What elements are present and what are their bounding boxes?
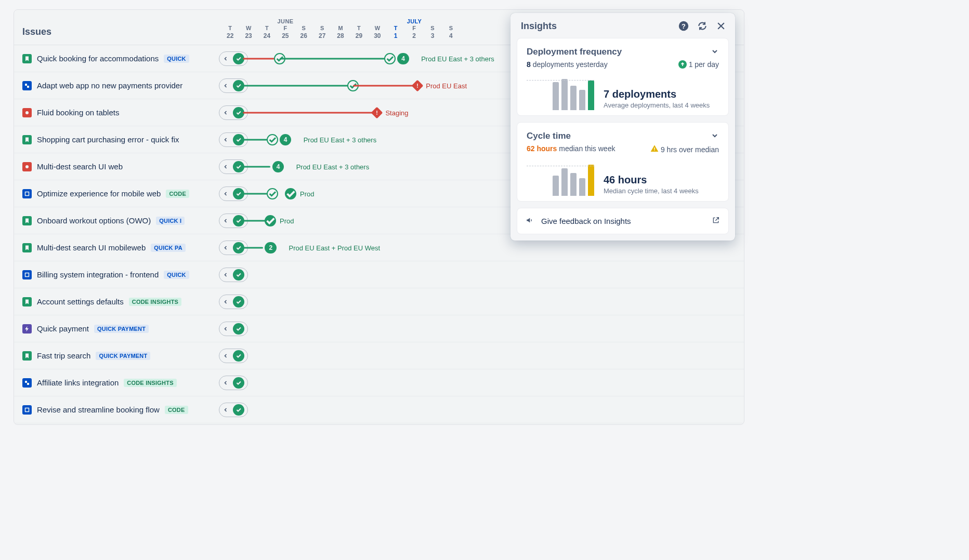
story-icon [22, 351, 32, 361]
day-column: T1 [387, 24, 405, 40]
close-icon[interactable] [715, 20, 727, 32]
chevron-left-icon[interactable] [220, 83, 231, 89]
chevron-left-icon[interactable] [220, 380, 231, 386]
deployment-chip[interactable] [219, 322, 248, 336]
issue-row[interactable]: Billing system integration - frontend QU… [14, 261, 744, 288]
environment-label: Prod EU East + Prod EU West [289, 244, 380, 251]
issue-summary[interactable]: Quick payment QUICK PAYMENT [14, 324, 217, 334]
chevron-left-icon[interactable] [220, 245, 231, 251]
story-icon [22, 135, 32, 144]
task-icon [22, 405, 32, 415]
chevron-left-icon[interactable] [220, 272, 231, 278]
deployment-node[interactable] [267, 188, 278, 199]
environment-label: Prod EU East + 3 others [421, 55, 494, 62]
deployment-count-pill[interactable]: 4 [272, 161, 284, 172]
issue-summary[interactable]: Adapt web app no new payments provider [14, 81, 217, 90]
epic-tag[interactable]: QUICK [164, 271, 189, 279]
issue-summary[interactable]: Account settings defaults CODE INSIGHTS [14, 297, 217, 306]
chevron-left-icon[interactable] [220, 110, 231, 116]
feedback-text: Give feedback on Insights [541, 217, 631, 225]
sparkline-bar [570, 173, 577, 196]
warning-diamond-icon[interactable] [371, 106, 383, 118]
refresh-icon[interactable] [697, 20, 708, 32]
help-icon[interactable]: ? [678, 20, 689, 32]
chevron-left-icon[interactable] [220, 326, 231, 332]
deployment-count-pill[interactable]: 4 [397, 53, 409, 64]
deployment-count-pill[interactable]: 2 [265, 242, 277, 254]
deployment-chip[interactable] [219, 268, 248, 282]
month-july: JULY [350, 18, 479, 24]
deployment-chip[interactable] [219, 403, 248, 417]
epic-tag[interactable]: QUICK PA [151, 244, 186, 252]
issue-summary[interactable]: Billing system integration - frontend QU… [14, 270, 217, 279]
deployment-frequency-card[interactable]: Deployment frequency 8 deployments yeste… [517, 38, 729, 116]
deploy-average: 7 deployments [604, 88, 710, 100]
timeline-segment [243, 85, 353, 86]
sparkline-bar [553, 82, 559, 110]
feedback-link[interactable]: Give feedback on Insights [517, 208, 729, 234]
epic-tag[interactable]: CODE INSIGHTS [124, 379, 176, 387]
issue-summary[interactable]: Fluid booking on tablets [14, 108, 217, 117]
issue-row[interactable]: Account settings defaults CODE INSIGHTS [14, 288, 744, 315]
cycle-count: 62 hours median this week [527, 144, 615, 154]
chevron-down-icon[interactable] [711, 131, 719, 141]
cycle-sparkline [527, 162, 594, 196]
issue-title: Onboard workout options (OWO) [37, 216, 151, 225]
timeline-segment [243, 112, 375, 113]
issue-summary[interactable]: Affiliate links integration CODE INSIGHT… [14, 378, 217, 388]
issue-row[interactable]: Revise and streamline booking flow CODE [14, 396, 744, 423]
timeline-segment [243, 220, 267, 221]
issue-row[interactable]: Affiliate links integration CODE INSIGHT… [14, 369, 744, 396]
epic-tag[interactable]: QUICK PAYMENT [94, 325, 149, 333]
deployment-node[interactable] [267, 134, 278, 145]
epic-tag[interactable]: CODE INSIGHTS [129, 298, 181, 306]
chevron-left-icon[interactable] [220, 353, 231, 359]
cycle-time-card[interactable]: Cycle time 62 hours median this week 9 h… [517, 122, 729, 202]
chevron-down-icon[interactable] [711, 47, 719, 57]
epic-tag[interactable]: CODE [165, 406, 188, 414]
issue-summary[interactable]: Optimize experience for mobile web CODE [14, 189, 217, 198]
deployment-count-pill[interactable]: 4 [280, 134, 292, 145]
issues-column-header: Issues [14, 10, 217, 45]
issue-title: Shopping cart purchasing error - quick f… [37, 135, 179, 144]
svg-rect-4 [25, 192, 29, 195]
warning-icon [650, 144, 659, 154]
issue-title: Quick booking for accommodations [37, 54, 159, 63]
deployment-chip[interactable] [219, 376, 248, 390]
chevron-left-icon[interactable] [220, 164, 231, 170]
chevron-left-icon[interactable] [220, 56, 231, 62]
timeline-segment [243, 166, 270, 167]
chevron-left-icon[interactable] [220, 299, 231, 305]
chevron-left-icon[interactable] [220, 218, 231, 224]
issue-row[interactable]: Quick payment QUICK PAYMENT [14, 315, 744, 342]
epic-tag[interactable]: QUICK [164, 55, 189, 63]
deployment-node[interactable] [265, 215, 276, 226]
issue-summary[interactable]: Shopping cart purchasing error - quick f… [14, 135, 217, 144]
timeline-cell [217, 342, 744, 369]
deployment-chip[interactable] [219, 349, 248, 363]
epic-tag[interactable]: QUICK I [156, 217, 185, 225]
issue-title: Account settings defaults [37, 297, 124, 306]
chevron-left-icon[interactable] [220, 137, 231, 143]
issue-row[interactable]: Fast trip search QUICK PAYMENT [14, 342, 744, 369]
issue-summary[interactable]: Quick booking for accommodations QUICK [14, 54, 217, 63]
chevron-left-icon[interactable] [220, 407, 231, 413]
deployment-node[interactable] [384, 53, 396, 64]
warning-diamond-icon[interactable] [412, 79, 424, 91]
cycle-trend: 9 hrs over median [650, 144, 719, 154]
story-icon [22, 216, 32, 225]
chevron-left-icon[interactable] [220, 191, 231, 197]
deploy-sparkline [527, 76, 594, 110]
issue-summary[interactable]: Fast trip search QUICK PAYMENT [14, 351, 217, 361]
sparkline-bar [579, 178, 585, 196]
day-column: T22 [221, 24, 239, 40]
environment-label: Prod [280, 217, 294, 224]
epic-tag[interactable]: CODE [166, 190, 189, 198]
issue-summary[interactable]: Onboard workout options (OWO) QUICK I [14, 216, 217, 225]
issue-summary[interactable]: Revise and streamline booking flow CODE [14, 405, 217, 415]
issue-summary[interactable]: Multi-dest search UI mobileweb QUICK PA [14, 243, 217, 252]
deployment-node[interactable] [285, 188, 296, 199]
deployment-chip[interactable] [219, 295, 248, 309]
issue-summary[interactable]: Multi-dest search UI web [14, 162, 217, 171]
epic-tag[interactable]: QUICK PAYMENT [96, 352, 150, 360]
